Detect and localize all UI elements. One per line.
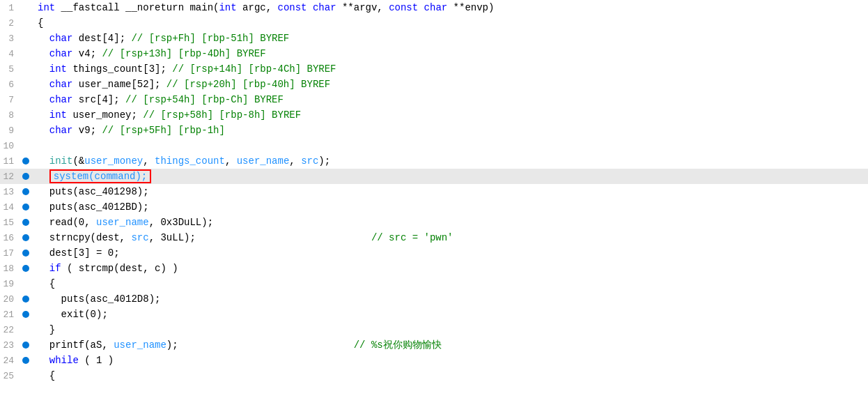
code-token: init bbox=[49, 155, 73, 167]
code-token: puts(asc_4012BD); bbox=[38, 201, 149, 213]
code-content: init(&user_money, things_count, user_nam… bbox=[31, 155, 330, 167]
breakpoint-indicator[interactable] bbox=[21, 158, 31, 165]
breakpoint-indicator[interactable] bbox=[21, 234, 31, 241]
code-token: exit(0); bbox=[38, 309, 108, 320]
code-token bbox=[38, 355, 49, 366]
code-token: char bbox=[49, 94, 73, 105]
breakpoint-indicator[interactable] bbox=[21, 219, 31, 226]
breakpoint-indicator[interactable] bbox=[21, 311, 31, 318]
code-line: 19 { bbox=[0, 276, 868, 291]
code-token: user_name[52]; bbox=[72, 79, 166, 90]
code-content: int user_money; // [rsp+58h] [rbp-8h] BY… bbox=[31, 109, 301, 121]
breakpoint-dot bbox=[22, 357, 29, 364]
breakpoint-dot bbox=[22, 342, 29, 349]
breakpoint-indicator[interactable] bbox=[21, 296, 31, 303]
breakpoint-dot bbox=[22, 188, 29, 195]
code-token: { bbox=[38, 17, 43, 29]
breakpoint-indicator[interactable] bbox=[21, 342, 31, 349]
code-token: things_count bbox=[155, 155, 225, 167]
code-line: 25 { bbox=[0, 368, 868, 383]
code-line: 13 puts(asc_401298); bbox=[0, 184, 868, 199]
line-number: 6 bbox=[0, 79, 21, 90]
code-content: char src[4]; // [rsp+54h] [rbp-Ch] BYREF bbox=[31, 94, 284, 105]
code-line: 4 char v4; // [rsp+13h] [rbp-4Dh] BYREF bbox=[0, 46, 868, 61]
code-comment-cn: // %s祝你购物愉快 bbox=[354, 339, 442, 351]
code-token bbox=[38, 155, 49, 167]
breakpoint-dot bbox=[22, 250, 29, 257]
breakpoint-indicator[interactable] bbox=[21, 173, 31, 180]
code-token bbox=[38, 109, 49, 121]
code-token: ); bbox=[166, 339, 178, 351]
code-content: char v4; // [rsp+13h] [rbp-4Dh] BYREF bbox=[31, 48, 266, 59]
code-content: while ( 1 ) bbox=[31, 355, 114, 366]
code-token: user_name bbox=[96, 217, 149, 228]
code-content: char dest[4]; // [rsp+Fh] [rbp-51h] BYRE… bbox=[31, 33, 289, 44]
code-token: things_count[3]; bbox=[67, 63, 172, 75]
code-line: 16 strncpy(dest, src, 3uLL); // src = 'p… bbox=[0, 230, 868, 245]
line-number: 2 bbox=[0, 18, 21, 29]
code-token: printf(aS, bbox=[38, 339, 114, 351]
code-line: 3 char dest[4]; // [rsp+Fh] [rbp-51h] BY… bbox=[0, 31, 868, 46]
line-number: 15 bbox=[0, 217, 21, 228]
breakpoint-indicator[interactable] bbox=[21, 250, 31, 257]
code-line: 20 puts(asc_4012D8); bbox=[0, 291, 868, 307]
code-line: 22 } bbox=[0, 322, 868, 337]
line-number: 23 bbox=[0, 340, 21, 351]
code-token bbox=[38, 63, 49, 75]
line-number: 22 bbox=[0, 325, 21, 335]
breakpoint-indicator[interactable] bbox=[21, 357, 31, 364]
code-token bbox=[38, 33, 49, 44]
code-token: ( 1 ) bbox=[79, 355, 114, 366]
code-token: user_money bbox=[84, 155, 143, 167]
code-content: char v9; // [rsp+5Fh] [rbp-1h] bbox=[31, 125, 225, 136]
line-number: 5 bbox=[0, 64, 21, 75]
code-content: { bbox=[31, 370, 55, 381]
line-number: 17 bbox=[0, 248, 21, 259]
code-content: read(0, user_name, 0x3DuLL); bbox=[31, 217, 213, 228]
code-token: argc, bbox=[237, 2, 278, 13]
code-line: 2{ bbox=[0, 15, 868, 31]
breakpoint-indicator[interactable] bbox=[21, 188, 31, 195]
code-editor: 1int __fastcall __noreturn main(int argc… bbox=[0, 0, 868, 405]
code-token: int bbox=[49, 63, 67, 75]
breakpoint-dot bbox=[22, 234, 29, 241]
code-token: char bbox=[313, 2, 336, 13]
code-token: __fastcall __noreturn main( bbox=[55, 2, 219, 13]
code-token bbox=[38, 94, 49, 105]
line-number: 14 bbox=[0, 202, 21, 213]
breakpoint-dot bbox=[22, 173, 29, 180]
breakpoint-indicator[interactable] bbox=[21, 204, 31, 211]
code-token: const bbox=[278, 2, 307, 13]
code-token: **argv, bbox=[336, 2, 389, 13]
line-number: 3 bbox=[0, 33, 21, 44]
code-content: if ( strcmp(dest, c) ) bbox=[31, 263, 178, 274]
code-line: 14 puts(asc_4012BD); bbox=[0, 199, 868, 215]
code-token: char bbox=[49, 33, 73, 44]
code-line: 17 dest[3] = 0; bbox=[0, 245, 868, 261]
code-token: v4; bbox=[72, 48, 102, 59]
code-content: } bbox=[31, 324, 55, 335]
code-line: 12 system(command); bbox=[0, 169, 868, 184]
breakpoint-dot bbox=[22, 311, 29, 318]
code-line: 9 char v9; // [rsp+5Fh] [rbp-1h] bbox=[0, 123, 868, 138]
line-number: 8 bbox=[0, 110, 21, 121]
line-number: 10 bbox=[0, 141, 21, 151]
line-number: 4 bbox=[0, 49, 21, 59]
code-content: int things_count[3]; // [rsp+14h] [rbp-4… bbox=[31, 63, 336, 75]
breakpoint-indicator[interactable] bbox=[21, 265, 31, 272]
code-token: // [rsp+Fh] [rbp-51h] BYREF bbox=[131, 33, 289, 44]
code-token: while bbox=[49, 355, 79, 366]
code-content: exit(0); bbox=[31, 309, 108, 320]
code-token bbox=[307, 2, 313, 13]
code-line: 23 printf(aS, user_name); // %s祝你购物愉快 bbox=[0, 337, 868, 353]
code-token bbox=[38, 125, 49, 136]
code-token: ( strcmp(dest, c) ) bbox=[61, 263, 178, 274]
code-token: { bbox=[38, 278, 55, 289]
line-number: 25 bbox=[0, 371, 21, 381]
code-content: { bbox=[31, 17, 43, 29]
code-token: int bbox=[49, 109, 67, 121]
code-token: char bbox=[424, 2, 448, 13]
code-token: char bbox=[49, 79, 73, 90]
code-line: 7 char src[4]; // [rsp+54h] [rbp-Ch] BYR… bbox=[0, 92, 868, 107]
line-number: 21 bbox=[0, 310, 21, 320]
